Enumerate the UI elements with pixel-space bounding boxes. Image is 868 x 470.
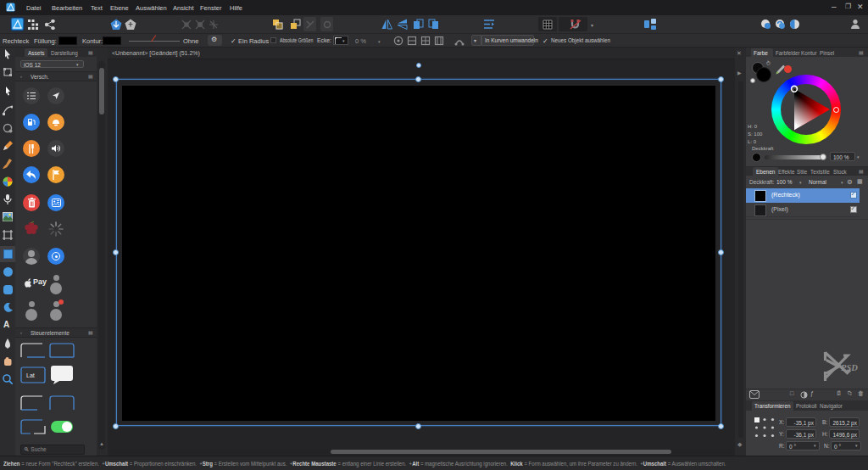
svg-text:PSD: PSD <box>841 363 858 372</box>
svg-text:Lat: Lat <box>26 372 35 378</box>
